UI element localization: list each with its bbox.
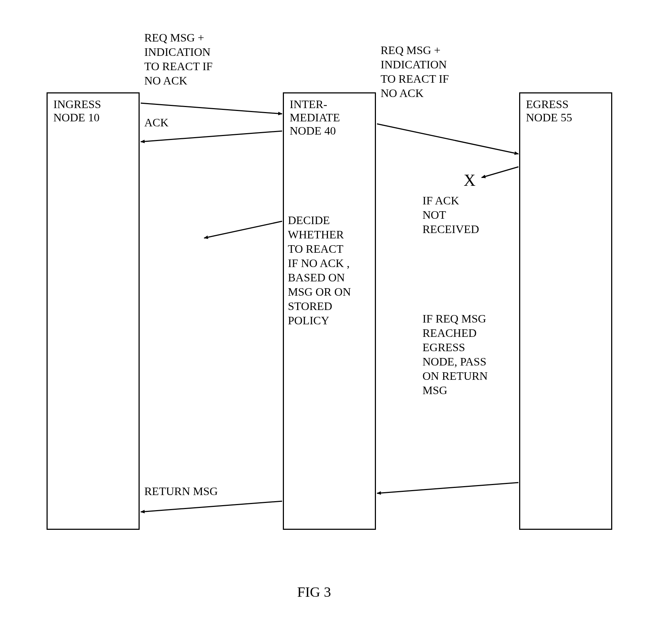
- arrow-return-egress-to-intermediate: [377, 483, 518, 493]
- intermediate-node-title-line2: MEDIATE: [290, 111, 369, 124]
- egress-node-title-line2: NODE 55: [526, 111, 605, 124]
- req-msg-1-label: REQ MSG + INDICATION TO REACT IF NO ACK: [144, 30, 213, 88]
- decide-label: DECIDE WHETHER TO REACT IF NO ACK , BASE…: [288, 213, 351, 328]
- egress-pass-label: IF REQ MSG REACHED EGRESS NODE, PASS ON …: [422, 311, 488, 397]
- egress-node-box: EGRESS NODE 55: [519, 92, 612, 530]
- figure-caption: FIG 3: [297, 584, 331, 600]
- ingress-node-box: INGRESS NODE 10: [47, 92, 140, 530]
- arrow-req1: [141, 103, 282, 114]
- arrow-req2: [377, 124, 518, 154]
- ingress-node-title-line2: NODE 10: [53, 111, 133, 124]
- arrow-failed-ack: [482, 167, 518, 178]
- arrow-ack: [141, 131, 282, 142]
- fail-mark: X: [464, 170, 475, 191]
- ack-not-received-label: IF ACK NOT RECEIVED: [422, 193, 479, 236]
- req-msg-2-label: REQ MSG + INDICATION TO REACT IF NO ACK: [381, 43, 449, 100]
- ack-label: ACK: [144, 115, 169, 130]
- intermediate-node-title-line3: NODE 40: [290, 124, 369, 137]
- arrow-decide-to-ingress: [204, 221, 282, 238]
- arrow-return-intermediate-to-ingress: [141, 501, 282, 512]
- return-msg-label: RETURN MSG: [144, 484, 218, 498]
- egress-node-title-line1: EGRESS: [526, 98, 605, 111]
- intermediate-node-title-line1: INTER-: [290, 98, 369, 111]
- ingress-node-title-line1: INGRESS: [53, 98, 133, 111]
